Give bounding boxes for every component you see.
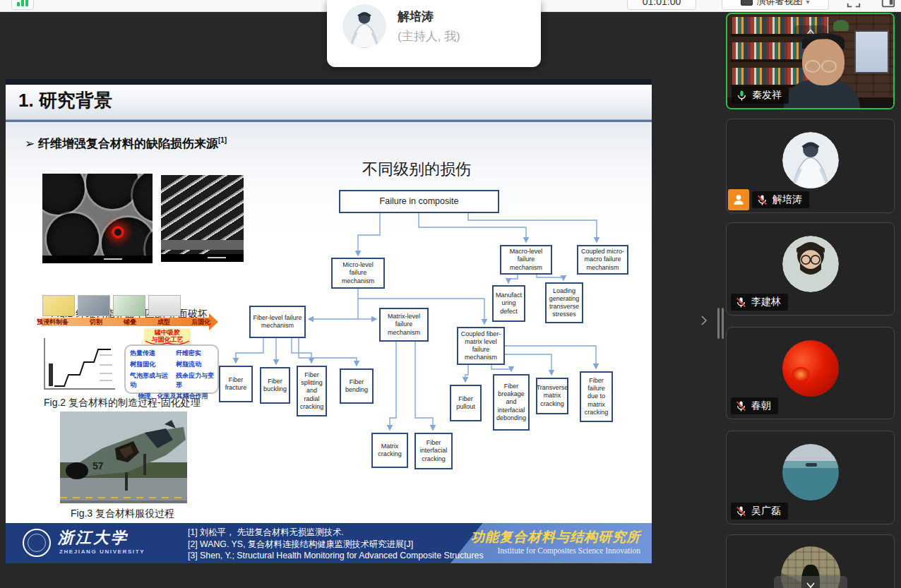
- flowchart-node: Coupled fiber-matrix level failure mecha…: [457, 327, 505, 365]
- mic-muted-icon: [735, 400, 747, 412]
- slide-footer: 浙江大学 ZHEJIANG UNIVERSITY [1] 刘松平， 先进复合材料…: [6, 523, 652, 563]
- flowchart-node: Fiber failure due to matrix cracking: [580, 371, 613, 422]
- defect-marker-icon: [112, 226, 124, 239]
- participant-tile[interactable]: 吴广磊: [726, 431, 895, 524]
- fullscreen-icon: [846, 0, 861, 9]
- slide-bullet: 纤维增强复合材料的缺陷损伤来源[1]: [25, 136, 227, 152]
- view-mode-dropdown[interactable]: 演讲者视图 ▾: [722, 0, 829, 10]
- shared-screen-slide: 1. 研究背景 纤维增强复合材料的缺陷损伤来源[1] 不同级别的损伤 Fig.1…: [6, 79, 652, 563]
- mic-muted-icon: [735, 505, 747, 517]
- layout-button[interactable]: [878, 0, 899, 10]
- slide-body: 纤维增强复合材料的缺陷损伤来源[1] 不同级别的损伤 Fig.1 纤维树脂界面不…: [6, 122, 652, 523]
- participant-avatar: [782, 444, 839, 500]
- zju-logo-icon: [23, 529, 51, 557]
- participant-name: 吴广磊: [751, 505, 781, 517]
- participant-label: 李建林: [731, 294, 788, 311]
- active-speaker-card: 解培涛 (主持人, 我): [327, 0, 541, 67]
- fig3-caption: Fig.3 复合材料服役过程: [71, 508, 174, 520]
- plant: [833, 20, 849, 31]
- host-badge: [728, 189, 749, 210]
- flowchart-node: Matrix cracking: [371, 433, 408, 468]
- window-layout-icon: [881, 0, 896, 9]
- meeting-time-text: 01:01:00: [643, 0, 681, 7]
- fig3-aircraft-image: 57: [60, 412, 187, 503]
- network-signal-button[interactable]: [11, 0, 34, 10]
- monitor-icon: [741, 0, 753, 6]
- fig2-thumb-prepreg: [42, 295, 75, 316]
- participant-tile[interactable]: 解培涛: [726, 119, 895, 213]
- flowchart-node: Matrix-level failure mechanism: [379, 308, 429, 342]
- flowchart-node: Fiber fracture: [219, 366, 253, 402]
- svg-text:57: 57: [93, 460, 104, 472]
- sem-scalebar: [42, 256, 153, 263]
- references: [1] 刘松平， 先进复合材料无损监测技术. [2] WANG. YS, 复合材…: [188, 527, 484, 562]
- university-name-en: ZHEJIANG UNIVERSITY: [59, 548, 145, 555]
- participant-label: 秦发祥: [732, 87, 789, 104]
- participant-avatar: [782, 236, 839, 292]
- institute-name-en: Institute for Composites Science Innovat…: [498, 546, 641, 555]
- reference-3: [3] Shen, Y.; Structural Health Monitori…: [188, 550, 484, 562]
- presenter-person-icon: [732, 193, 745, 206]
- mic-muted-icon: [735, 296, 747, 308]
- chevron-down-icon: [804, 580, 818, 588]
- flowchart-node: Macro-level failure mechanism: [500, 245, 552, 275]
- participant-tile[interactable]: 春朝: [726, 327, 895, 419]
- scroll-participants-button[interactable]: [774, 576, 847, 588]
- citation-superscript: [1]: [218, 136, 227, 144]
- flowchart-node: Fiber bending: [340, 368, 374, 404]
- flowchart-node: Fiber breakage and interfacial debonding: [493, 374, 530, 431]
- mic-on-icon: [736, 90, 748, 102]
- slide-top-strip: [6, 79, 652, 85]
- cure-factors-box: 热量传递 树脂固化 气泡形成与运动 纤维密实 树脂流动 残余应力与变形 物理、化…: [124, 344, 219, 394]
- participant-label: 春朝: [731, 397, 778, 414]
- collapse-tiles-button[interactable]: [794, 25, 827, 40]
- university-name-cn: 浙江大学: [58, 527, 129, 548]
- flowchart-node: Fiber buckling: [260, 367, 290, 404]
- institute-name-cn: 功能复合材料与结构研究所: [471, 528, 640, 546]
- participant-label: 吴广磊: [731, 503, 788, 520]
- fig2-thumb-layup: [113, 295, 145, 316]
- participant-tile[interactable]: 秦发祥: [726, 13, 895, 109]
- flowchart-node: Loading generating transverse stresses: [545, 282, 583, 323]
- participant-label: 解培涛: [752, 191, 809, 208]
- cure-process-label: 罐中吸胶与固化工艺: [144, 328, 191, 344]
- participant-tile[interactable]: [726, 534, 895, 588]
- participant-name: 春朝: [751, 400, 771, 412]
- flowchart-node: Manufact uring defect: [492, 285, 525, 322]
- chevron-down-icon: ▾: [806, 0, 809, 6]
- speaker-avatar: [342, 4, 386, 48]
- view-mode-label: 演讲者视图: [756, 0, 802, 8]
- participant-name: 解培涛: [772, 193, 802, 206]
- fullscreen-button[interactable]: [843, 0, 864, 10]
- participant-name: 秦发祥: [752, 89, 782, 102]
- sidebar-collapse-button[interactable]: [698, 309, 715, 332]
- participant-name: 李建林: [751, 296, 781, 308]
- speaker-name: 解培涛: [398, 8, 434, 25]
- flowchart-node: Coupled micro-macro failure mechanism: [577, 245, 628, 275]
- fig1-sem-image-right: [161, 175, 244, 262]
- participant-avatar: [782, 132, 839, 188]
- speaker-role: (主持人, 我): [398, 28, 460, 44]
- flowchart-node: Micro-level failure mechanism: [331, 258, 385, 289]
- participant-tile[interactable]: 李建林: [726, 222, 895, 316]
- fig2-thumb-molding: [148, 295, 181, 316]
- process-steps: 预浸料制备切割铺叠成型后固化: [37, 318, 210, 327]
- flowchart-node: Fiber splitting and radial cracking: [297, 366, 327, 416]
- fig2-cure-curve: [39, 334, 119, 395]
- flowchart-node: Transverse matrix cracking: [536, 378, 568, 414]
- sidebar-resize-handle[interactable]: [717, 308, 726, 342]
- window: [854, 30, 889, 73]
- signal-icon: [17, 0, 28, 6]
- fig2-caption: Fig.2 复合材料的制造过程-固化处理: [44, 397, 201, 409]
- chevron-up-icon: [805, 28, 816, 37]
- mic-muted-icon: [756, 194, 768, 206]
- fig1-sem-image-left: [42, 174, 153, 263]
- meeting-timer: 01:01:00: [627, 0, 696, 10]
- flowchart-node: Failure in composite: [339, 190, 499, 213]
- reference-2: [2] WANG. YS, 复合材料连接结构健康监测技术研究进展[J]: [188, 539, 484, 551]
- chevron-right-icon: [698, 311, 710, 330]
- flowchart-node: Fiber interfacial cracking: [414, 433, 453, 469]
- flowchart-title: 不同级别的损伤: [362, 159, 471, 180]
- slide-header: 1. 研究背景: [6, 85, 652, 119]
- slide-title: 1. 研究背景: [18, 88, 112, 113]
